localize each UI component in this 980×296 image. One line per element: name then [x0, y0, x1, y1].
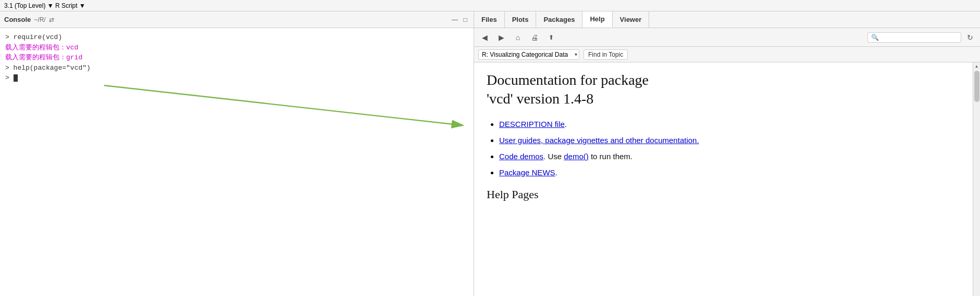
- package-dropdown[interactable]: R: Visualizing Categorical Data: [478, 49, 579, 60]
- reload-button[interactable]: ↻: [963, 31, 977, 44]
- list-item-vignettes: User guides, package vignettes and other…: [499, 133, 960, 147]
- tab-packages[interactable]: Packages: [536, 11, 582, 28]
- search-box[interactable]: 🔍: [867, 32, 961, 43]
- home-icon: ⌂: [516, 33, 520, 42]
- home-button[interactable]: ⌂: [511, 31, 525, 44]
- console-line-5: >: [5, 73, 468, 83]
- forward-icon: ▶: [499, 33, 504, 42]
- description-link[interactable]: DESCRIPTION file: [499, 120, 565, 128]
- export-button[interactable]: ⬆: [544, 31, 559, 44]
- scrollbar-thumb[interactable]: [974, 71, 979, 102]
- find-in-topic-button[interactable]: Find in Topic: [584, 49, 628, 60]
- output-2: 载入需要的程辑包：grid: [5, 54, 82, 61]
- list-item-news: Package NEWS.: [499, 165, 960, 179]
- scroll-up-arrow[interactable]: ▲: [973, 62, 981, 70]
- tab-files[interactable]: Files: [474, 11, 505, 28]
- console-refresh-icon[interactable]: ⇄: [49, 16, 54, 23]
- console-minimize-btn[interactable]: —: [451, 16, 459, 24]
- list-item-codedemos: Code demos. Use demo() to run them.: [499, 149, 960, 163]
- back-button[interactable]: ◀: [477, 31, 492, 44]
- main-layout: Console ~/R/ ⇄ — □ > require(vcd) 载入需要的程…: [0, 11, 980, 296]
- news-link[interactable]: Package NEWS: [499, 168, 555, 177]
- console-line-3: 载入需要的程辑包：grid: [5, 53, 468, 63]
- console-title: Console: [4, 16, 31, 23]
- prompt-3: >: [5, 74, 14, 82]
- tab-viewer[interactable]: Viewer: [613, 11, 650, 28]
- top-bar-info: 3.1 (Top Level) ▼ R Script ▼: [4, 2, 85, 9]
- help-panel: Files Plots Packages Help Viewer ◀ ▶: [474, 11, 980, 296]
- prompt-2: >: [5, 64, 14, 72]
- console-header: Console ~/R/ ⇄ — □: [0, 11, 474, 28]
- top-bar: 3.1 (Top Level) ▼ R Script ▼: [0, 0, 980, 11]
- svg-line-1: [104, 85, 463, 125]
- console-panel: Console ~/R/ ⇄ — □ > require(vcd) 载入需要的程…: [0, 11, 474, 296]
- console-cursor: [14, 74, 18, 82]
- command-2: help(package="vcd"): [14, 64, 91, 72]
- location-bar: R: Visualizing Categorical Data Find in …: [474, 47, 980, 62]
- viewer-content: Documentation for package 'vcd' version …: [474, 62, 973, 296]
- print-button[interactable]: 🖨: [527, 31, 542, 44]
- vignettes-link[interactable]: User guides, package vignettes and other…: [499, 136, 699, 145]
- package-select-wrap[interactable]: R: Visualizing Categorical Data: [478, 49, 579, 60]
- demo-link[interactable]: demo(): [564, 152, 589, 161]
- command-1: require(vcd): [14, 33, 63, 41]
- back-icon: ◀: [482, 33, 488, 42]
- doc-links-list: DESCRIPTION file. User guides, package v…: [487, 117, 960, 179]
- output-1: 载入需要的程辑包：vcd: [5, 44, 78, 52]
- console-maximize-btn[interactable]: □: [461, 16, 469, 24]
- scrollbar-track[interactable]: ▲: [973, 62, 980, 296]
- search-icon: 🔍: [871, 34, 879, 41]
- tab-help[interactable]: Help: [582, 11, 612, 28]
- doc-title: Documentation for package 'vcd' version …: [487, 71, 960, 109]
- viewer-tabs: Files Plots Packages Help Viewer: [474, 11, 980, 28]
- console-path: ~/R/: [34, 16, 45, 23]
- print-icon: 🖨: [531, 33, 538, 42]
- prompt-1: >: [5, 33, 14, 41]
- section-title-help-pages: Help Pages: [487, 188, 960, 201]
- console-line-4: > help(package="vcd"): [5, 63, 468, 73]
- search-input[interactable]: [881, 34, 958, 41]
- forward-button[interactable]: ▶: [494, 31, 508, 44]
- console-body: > require(vcd) 载入需要的程辑包：vcd 载入需要的程辑包：gri…: [0, 28, 474, 296]
- console-line-2: 载入需要的程辑包：vcd: [5, 43, 468, 53]
- reload-icon: ↻: [967, 33, 973, 42]
- viewer-toolbar: ◀ ▶ ⌂ 🖨 ⬆ 🔍 ↻: [474, 28, 980, 47]
- export-icon: ⬆: [549, 34, 554, 41]
- tab-plots[interactable]: Plots: [505, 11, 537, 28]
- list-item-description: DESCRIPTION file.: [499, 117, 960, 131]
- console-controls: — □: [451, 16, 469, 24]
- viewer-content-wrapper: Documentation for package 'vcd' version …: [474, 62, 980, 296]
- codedemos-link[interactable]: Code demos: [499, 152, 543, 161]
- console-line-1: > require(vcd): [5, 32, 468, 43]
